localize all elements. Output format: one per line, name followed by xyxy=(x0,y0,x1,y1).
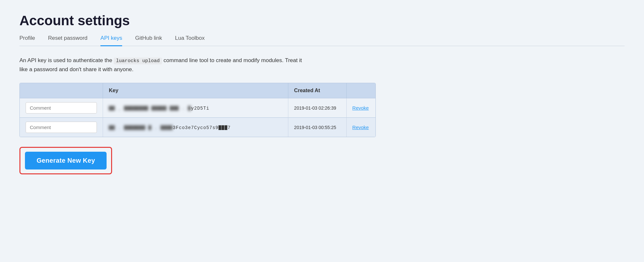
api-key-description: An API key is used to authenticate the l… xyxy=(19,56,311,74)
generate-highlight-box: Generate New Key xyxy=(19,147,112,174)
col-header-key: Key xyxy=(103,83,288,98)
tab-lua-toolbox[interactable]: Lua Toolbox xyxy=(175,35,204,46)
row2-action-cell: Revoke xyxy=(346,118,375,137)
description-code: luarocks upload xyxy=(114,58,162,64)
row2-created-at: 2019-01-03 00:55:25 xyxy=(294,125,336,130)
row2-comment-input[interactable] xyxy=(26,122,97,133)
row1-revoke-link[interactable]: Revoke xyxy=(352,105,369,111)
row1-key-visible: y2D5Ti xyxy=(191,106,209,111)
table-row: ██ _ ████████ █████ ███ . █y2D5Ti 2019-0… xyxy=(20,98,375,118)
generate-new-key-button[interactable]: Generate New Key xyxy=(25,152,107,169)
row1-key-value: ██ _ ████████ █████ ███ . █y2D5Ti xyxy=(109,106,209,111)
api-keys-table-container: Key Created At ██ _ ████████ █████ ███ .… xyxy=(19,83,376,137)
tab-profile[interactable]: Profile xyxy=(19,35,35,46)
row1-comment-cell xyxy=(20,98,103,118)
row2-key-cell: ██ . ███████ █ . ████3Fco3e7Cyco57s9███7 xyxy=(103,118,288,137)
tab-api-keys[interactable]: API keys xyxy=(100,35,122,46)
col-header-created-at: Created At xyxy=(288,83,346,98)
col-header-action xyxy=(346,83,375,98)
col-header-comment xyxy=(20,83,103,98)
row1-key-blurred: ██ _ ████████ █████ ███ . █ xyxy=(109,106,191,111)
row2-key-value: ██ . ███████ █ . ████3Fco3e7Cyco57s9███7 xyxy=(109,125,231,130)
row2-revoke-link[interactable]: Revoke xyxy=(352,125,369,130)
row1-created-at-cell: 2019-01-03 02:26:39 xyxy=(288,98,346,118)
row2-key-blurred: ██ . ███████ █ . ████ xyxy=(109,125,173,130)
tab-github-link[interactable]: GitHub link xyxy=(135,35,162,46)
tab-reset-password[interactable]: Reset password xyxy=(48,35,87,46)
description-before-code: An API key is used to authenticate the xyxy=(19,57,114,63)
api-keys-table: Key Created At ██ _ ████████ █████ ███ .… xyxy=(20,83,375,137)
page-title: Account settings xyxy=(19,13,625,28)
row1-created-at: 2019-01-03 02:26:39 xyxy=(294,105,336,111)
tab-nav: Profile Reset password API keys GitHub l… xyxy=(19,35,625,46)
row1-action-cell: Revoke xyxy=(346,98,375,118)
row1-key-cell: ██ _ ████████ █████ ███ . █y2D5Ti xyxy=(103,98,288,118)
generate-section: Generate New Key xyxy=(19,147,112,174)
row2-key-visible: 3Fco3e7Cyco57s9███7 xyxy=(173,125,231,130)
row1-comment-input[interactable] xyxy=(26,102,97,114)
table-row: ██ . ███████ █ . ████3Fco3e7Cyco57s9███7… xyxy=(20,118,375,137)
table-header-row: Key Created At xyxy=(20,83,375,98)
row2-comment-cell xyxy=(20,118,103,137)
row2-created-at-cell: 2019-01-03 00:55:25 xyxy=(288,118,346,137)
